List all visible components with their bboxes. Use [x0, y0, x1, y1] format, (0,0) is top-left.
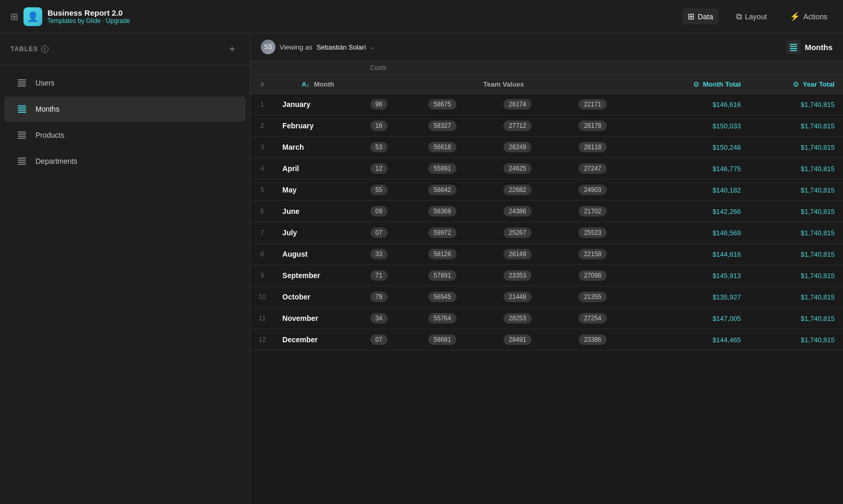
row-month-total: $142,266 — [645, 201, 749, 222]
row-month-total: $147,005 — [645, 308, 749, 329]
sidebar-item-products[interactable]: Products — [4, 123, 246, 148]
add-table-button[interactable]: + — [225, 42, 239, 56]
table-row[interactable]: 5 May 55 58642 22682 24903 $140,182 $1,7… — [250, 179, 843, 201]
svg-rect-13 — [18, 160, 26, 161]
app-subtitle: Templates by Glide · Upgrade — [47, 17, 130, 25]
row-num: 10 — [250, 286, 274, 308]
svg-rect-16 — [790, 44, 797, 45]
row-month-total: $146,569 — [645, 222, 749, 244]
row-v1: 53 — [362, 137, 420, 158]
svg-rect-4 — [18, 105, 26, 106]
row-v3: 26249 — [495, 137, 570, 158]
tables-title: TABLES i — [10, 45, 49, 53]
row-v4: 23386 — [570, 329, 645, 351]
table-row[interactable]: 11 November 34 55764 28253 27254 $147,00… — [250, 308, 843, 329]
svg-rect-19 — [790, 50, 797, 51]
sidebar-item-months-label: Months — [35, 105, 59, 113]
row-num: 2 — [250, 115, 274, 137]
actions-button[interactable]: ⚡ Actions — [785, 8, 833, 25]
table-row[interactable]: 12 December 07 58681 28491 23386 $144,46… — [250, 329, 843, 351]
row-month: May — [274, 179, 362, 201]
row-year-total: $1,740,815 — [749, 94, 843, 115]
row-num: 5 — [250, 179, 274, 201]
col-header-month: A↓ Month — [274, 75, 362, 94]
row-v2: 58681 — [420, 329, 495, 351]
row-v3: 23353 — [495, 265, 570, 286]
svg-rect-5 — [18, 107, 26, 109]
row-v4: 27247 — [570, 158, 645, 179]
info-icon[interactable]: i — [41, 45, 49, 53]
row-year-total: $1,740,815 — [749, 244, 843, 265]
row-num: 6 — [250, 201, 274, 222]
tables-header: TABLES i + — [0, 33, 250, 65]
row-v3: 26149 — [495, 244, 570, 265]
row-num: 9 — [250, 265, 274, 286]
sidebar: TABLES i + Users — [0, 33, 250, 504]
row-v2: 56369 — [420, 201, 495, 222]
month-total-icon: ⊙ — [693, 80, 699, 88]
table-row[interactable]: 4 April 12 55891 24625 27247 $146,775 $1… — [250, 158, 843, 179]
table-row[interactable]: 3 March 53 56618 26249 28118 $150,248 $1… — [250, 137, 843, 158]
table-wrapper[interactable]: Costs # A↓ Month Team Values ⊙ — [250, 61, 843, 504]
table-row[interactable]: 10 October 79 56545 21448 21355 $135,927… — [250, 286, 843, 308]
sidebar-item-months[interactable]: Months — [4, 97, 246, 122]
row-v1: 34 — [362, 308, 420, 329]
row-v3: 24625 — [495, 158, 570, 179]
viewer-chevron-icon: ⌄ — [370, 43, 375, 51]
row-month: January — [274, 94, 362, 115]
row-v2: 56545 — [420, 286, 495, 308]
row-v3: 21448 — [495, 286, 570, 308]
sidebar-item-departments[interactable]: Departments — [4, 149, 246, 174]
row-v1: 96 — [362, 94, 420, 115]
row-year-total: $1,740,815 — [749, 158, 843, 179]
row-month: November — [274, 308, 362, 329]
col-header-team-values: Team Values — [362, 75, 646, 94]
viewer-info[interactable]: SS Viewing as Sebastián Solari ⌄ — [261, 40, 375, 54]
sort-icon: A↓ — [302, 80, 310, 88]
sidebar-item-users[interactable]: Users — [4, 70, 246, 95]
upgrade-link[interactable]: Upgrade — [106, 17, 130, 25]
row-num: 8 — [250, 244, 274, 265]
row-v4: 27098 — [570, 265, 645, 286]
row-v2: 59972 — [420, 222, 495, 244]
row-year-total: $1,740,815 — [749, 137, 843, 158]
row-v1: 16 — [362, 115, 420, 137]
data-button[interactable]: ⊞ Data — [682, 8, 718, 25]
row-month-total: $146,616 — [645, 94, 749, 115]
table-row[interactable]: 1 January 96 58675 26174 22171 $146,616 … — [250, 94, 843, 115]
table-row[interactable]: 7 July 07 59972 25267 25523 $146,569 $1,… — [250, 222, 843, 244]
svg-rect-15 — [18, 164, 26, 165]
row-v2: 58126 — [420, 244, 495, 265]
row-month: September — [274, 265, 362, 286]
app-title: Business Report 2.0 — [47, 8, 130, 17]
row-v1: 12 — [362, 158, 420, 179]
svg-rect-17 — [790, 46, 797, 47]
table-row[interactable]: 9 September 71 57891 23353 27098 $145,91… — [250, 265, 843, 286]
row-v4: 21355 — [570, 286, 645, 308]
row-v4: 24903 — [570, 179, 645, 201]
row-month: February — [274, 115, 362, 137]
table-row[interactable]: 8 August 33 58126 26149 22158 $144,816 $… — [250, 244, 843, 265]
grid-icon[interactable]: ⊞ — [10, 11, 18, 22]
row-month: June — [274, 201, 362, 222]
layout-button[interactable]: ⧉ Layout — [731, 9, 772, 25]
table-row[interactable]: 6 June 09 56369 24386 21702 $142,266 $1,… — [250, 201, 843, 222]
row-month: March — [274, 137, 362, 158]
row-v2: 58327 — [420, 115, 495, 137]
app-title-block: Business Report 2.0 Templates by Glide ·… — [47, 8, 130, 25]
svg-rect-11 — [18, 138, 26, 139]
svg-rect-7 — [18, 112, 26, 113]
row-v4: 21702 — [570, 201, 645, 222]
row-v3: 25267 — [495, 222, 570, 244]
months-header-icon — [786, 40, 801, 54]
topbar-actions: ⊞ Data ⧉ Layout ⚡ Actions — [682, 8, 833, 25]
table-row[interactable]: 2 February 16 58327 27712 28178 $150,033… — [250, 115, 843, 137]
year-total-icon: ⊙ — [793, 80, 799, 88]
row-v4: 22171 — [570, 94, 645, 115]
row-v3: 28253 — [495, 308, 570, 329]
row-year-total: $1,740,815 — [749, 286, 843, 308]
svg-rect-6 — [18, 110, 26, 111]
topbar: ⊞ 👤 Business Report 2.0 Templates by Gli… — [0, 0, 843, 33]
app-container: ⊞ 👤 Business Report 2.0 Templates by Gli… — [0, 0, 843, 504]
row-v2: 55891 — [420, 158, 495, 179]
